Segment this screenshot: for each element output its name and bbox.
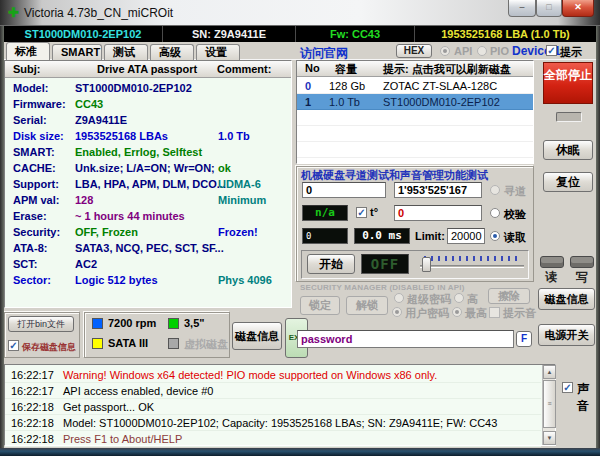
- open-bin-file-button[interactable]: 打开bin文件: [8, 316, 74, 332]
- highest-label: 最高: [465, 306, 487, 321]
- passport-row: Disk size:1953525168 LBAs1.0 Tb: [5, 128, 291, 144]
- seek-radio[interactable]: [490, 185, 500, 195]
- sound-checkbox[interactable]: [562, 382, 573, 393]
- high-radio[interactable]: [454, 293, 464, 303]
- speed-slider-ticks: [424, 256, 520, 261]
- highest-radio[interactable]: [452, 307, 462, 317]
- user-password-radio[interactable]: [392, 307, 402, 317]
- f-button[interactable]: F: [516, 331, 532, 347]
- window-title: Victoria 4.73b_CN_miCROit: [24, 6, 173, 20]
- temperature-checkbox[interactable]: [356, 207, 367, 218]
- close-button[interactable]: ✕: [562, 0, 594, 17]
- disk-info-button-left[interactable]: 磁盘信息: [232, 322, 282, 350]
- tab-smart[interactable]: SMART: [52, 44, 102, 60]
- legend-sata-swatch: [92, 338, 103, 349]
- start-button[interactable]: 开始: [307, 254, 355, 274]
- passport-row: Serial:Z9A9411E: [5, 112, 291, 128]
- user-password-label: 用户密码: [405, 306, 449, 321]
- pio-radio-label: PIO: [490, 45, 509, 57]
- status-lcd: OFF: [361, 254, 409, 274]
- api-radio-label: API: [454, 45, 472, 57]
- log-scrollbar[interactable]: ▲ ≡ ▼: [542, 365, 555, 445]
- reset-button[interactable]: 复位: [543, 172, 593, 192]
- maximize-button[interactable]: □: [536, 0, 562, 17]
- drive-list-header-capacity: 容量: [335, 62, 357, 77]
- scroll-thumb[interactable]: ≡: [543, 380, 556, 428]
- seek-test-title: 机械硬盘寻道测试和声音管理功能测试: [301, 168, 488, 183]
- passport-row: Security:OFF, FrozenFrozen!: [5, 224, 291, 240]
- drive-list-header[interactable]: No 容量 提示: 点击我可以刷新磁盘: [297, 61, 533, 77]
- window-border-right: [596, 26, 600, 448]
- read-led: [540, 256, 564, 268]
- app-icon: ✚: [8, 5, 19, 20]
- erase-button[interactable]: 擦除: [488, 288, 530, 304]
- tab-settings[interactable]: 设置: [196, 44, 240, 60]
- super-password-label: 超级密码: [407, 292, 451, 307]
- scroll-down-icon[interactable]: ▼: [543, 431, 556, 445]
- passport-row: Firmware:CC43: [5, 96, 291, 112]
- activity-led: [556, 112, 582, 122]
- drive-list-header-no: No: [305, 62, 320, 74]
- hint-checkbox[interactable]: [546, 45, 557, 56]
- sleep-button[interactable]: 休眠: [543, 140, 593, 160]
- legend-rpm-label: 7200 rpm: [108, 317, 156, 329]
- speed-slider-handle[interactable]: [422, 257, 431, 272]
- legend-rpm-swatch: [92, 318, 103, 329]
- info-model: ST1000DM010-2EP102: [4, 26, 163, 42]
- passport-row: ATA-8:SATA3, NCQ, PEC, SCT, SF...: [5, 240, 291, 256]
- passport-row: APM val:128Minimum: [5, 192, 291, 208]
- hex-button[interactable]: HEX: [396, 44, 432, 58]
- drive-row-0[interactable]: 0 128 Gb ZOTAC ZT-SLAA-128C: [297, 78, 533, 94]
- end-lba-input[interactable]: 1'953'525'167: [394, 182, 482, 198]
- window-border-bottom: [0, 448, 600, 456]
- security-manager-panel: SECURITY MANAGER (DISABLED IN API) 锁定 解锁…: [296, 283, 534, 327]
- disk-info-button-right[interactable]: 磁盘信息: [538, 288, 595, 310]
- scroll-up-icon[interactable]: ▲: [543, 365, 556, 379]
- start-lba-input[interactable]: 0: [302, 182, 386, 198]
- unlock-button[interactable]: 解锁: [346, 296, 388, 315]
- info-serial: SN: Z9A9411E: [163, 26, 296, 42]
- passport-row: SCT:AC2: [5, 256, 291, 272]
- legend-virtual-label: 虚拟磁盘: [184, 337, 228, 352]
- passport-header-subj: Subj:: [13, 63, 41, 75]
- tab-standard[interactable]: 标准: [6, 42, 50, 60]
- app-window: ✚ Victoria 4.73b_CN_miCROit – □ ✕ ST1000…: [0, 0, 600, 456]
- counter-lcd: 0: [302, 228, 348, 244]
- super-password-radio[interactable]: [394, 293, 404, 303]
- security-manager-title: SECURITY MANAGER (DISABLED IN API): [300, 283, 465, 292]
- stop-all-button[interactable]: 全部停止: [543, 62, 593, 104]
- verify-radio[interactable]: [490, 208, 500, 218]
- write-led-label: 写: [576, 269, 588, 286]
- drive-list-header-hint: 提示: 点击我可以刷新磁盘: [383, 62, 511, 77]
- tab-advanced[interactable]: 高级: [150, 44, 194, 60]
- beep-checkbox[interactable]: [489, 307, 500, 318]
- beep-label: 提示音: [503, 306, 536, 321]
- read-radio[interactable]: [490, 231, 500, 241]
- passport-row: CACHE:Unk.size; L/A=ON; Wr=ON;ok: [5, 160, 291, 176]
- legend-sata-label: SATA III: [108, 337, 148, 349]
- seek-test-panel: 机械硬盘寻道测试和声音管理功能测试 0 1'953'525'167 寻道 n/a…: [296, 166, 534, 282]
- tab-test[interactable]: 测试: [104, 44, 148, 60]
- pio-radio[interactable]: [477, 46, 487, 56]
- passport-row: Model:ST1000DM010-2EP102: [5, 80, 291, 96]
- drive-info-bar: ST1000DM010-2EP102 SN: Z9A9411E Fw: CC43…: [4, 26, 596, 42]
- api-radio[interactable]: [440, 46, 450, 56]
- drive-row-1-selected[interactable]: 1 1.0 Tb ST1000DM010-2EP102: [297, 94, 533, 110]
- passport-row: Sector:Logic 512 bytesPhys 4096: [5, 272, 291, 288]
- speed-slider-track: [420, 265, 524, 268]
- write-led: [570, 256, 594, 268]
- log-row: 16:22:18Get passport... OK: [5, 399, 541, 415]
- legend-size-swatch: [168, 318, 179, 329]
- password-input[interactable]: password: [297, 330, 514, 348]
- error-count-input[interactable]: 0: [394, 205, 482, 221]
- drive-list: No 容量 提示: 点击我可以刷新磁盘 0 128 Gb ZOTAC ZT-SL…: [296, 60, 534, 164]
- legend-virtual-swatch: [168, 338, 179, 349]
- limit-input[interactable]: 20000: [447, 228, 485, 244]
- power-switch-button[interactable]: 电源开关: [538, 324, 595, 346]
- passport-header-comment: Comment:: [217, 63, 271, 75]
- save-disk-info-checkbox[interactable]: [8, 340, 19, 351]
- minimize-button[interactable]: –: [508, 0, 536, 17]
- log-row: 16:22:18Press F1 to About/HELP: [5, 431, 541, 447]
- temperature-checkbox-label: t°: [370, 206, 378, 218]
- lock-button[interactable]: 锁定: [300, 296, 340, 315]
